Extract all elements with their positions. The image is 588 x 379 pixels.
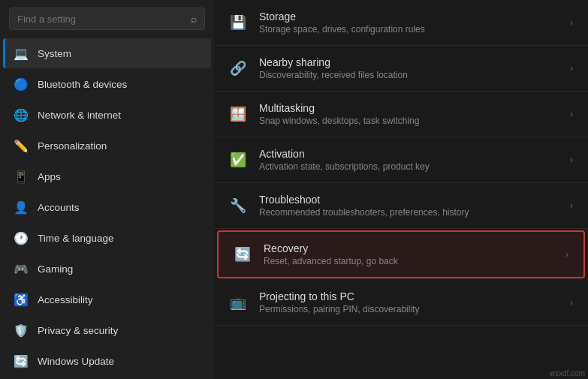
- troubleshoot-text: TroubleshootRecommended troubleshooters,…: [259, 194, 558, 218]
- sidebar-item-bluetooth[interactable]: 🔵Bluetooth & devices: [3, 69, 211, 99]
- multitasking-title: Multitasking: [259, 102, 558, 114]
- sidebar-item-update[interactable]: 🔄Windows Update: [3, 346, 211, 376]
- nearby-sharing-icon: 🔗: [229, 59, 247, 77]
- sidebar-item-apps[interactable]: 📱Apps: [3, 161, 211, 191]
- sidebar-item-accounts[interactable]: 👤Accounts: [3, 192, 211, 222]
- storage-title: Storage: [259, 11, 558, 23]
- personalization-icon: ✏️: [14, 138, 29, 153]
- recovery-text: RecoveryReset, advanced startup, go back: [264, 242, 553, 266]
- network-icon: 🌐: [14, 107, 29, 122]
- projecting-title: Projecting to this PC: [259, 290, 558, 302]
- storage-chevron-icon: ›: [570, 17, 573, 28]
- activation-icon: ✅: [229, 151, 247, 169]
- sidebar-item-network[interactable]: 🌐Network & internet: [3, 100, 211, 130]
- sidebar-item-privacy[interactable]: 🛡️Privacy & security: [3, 315, 211, 345]
- settings-list: 💾StorageStorage space, drives, configura…: [214, 0, 588, 326]
- nearby-sharing-subtitle: Discoverability, received files location: [259, 70, 558, 80]
- multitasking-text: MultitaskingSnap windows, desktops, task…: [259, 102, 558, 126]
- settings-item-nearby-sharing[interactable]: 🔗Nearby sharingDiscoverability, received…: [214, 46, 588, 92]
- sidebar-item-label-privacy: Privacy & security: [38, 325, 118, 336]
- sidebar-item-accessibility[interactable]: ♿Accessibility: [3, 284, 211, 314]
- settings-item-storage[interactable]: 💾StorageStorage space, drives, configura…: [214, 0, 588, 46]
- system-icon: 💻: [14, 46, 29, 61]
- sidebar-item-label-accessibility: Accessibility: [38, 294, 93, 305]
- recovery-subtitle: Reset, advanced startup, go back: [264, 256, 553, 266]
- watermark: wsxdf.com: [550, 369, 585, 377]
- sidebar-item-label-system: System: [38, 48, 71, 59]
- sidebar-item-label-bluetooth: Bluetooth & devices: [38, 79, 127, 90]
- sidebar-item-label-network: Network & internet: [38, 110, 121, 121]
- time-icon: 🕐: [14, 230, 29, 245]
- settings-item-activation[interactable]: ✅ActivationActivation state, subscriptio…: [214, 137, 588, 183]
- sidebar-nav: 💻System🔵Bluetooth & devices🌐Network & in…: [0, 38, 214, 377]
- sidebar-item-personalization[interactable]: ✏️Personalization: [3, 131, 211, 161]
- recovery-icon: 🔄: [234, 245, 252, 263]
- activation-title: Activation: [259, 148, 558, 160]
- main-content: 💾StorageStorage space, drives, configura…: [214, 0, 588, 379]
- storage-icon: 💾: [229, 14, 247, 32]
- settings-item-projecting[interactable]: 📺Projecting to this PCPermissions, pairi…: [214, 280, 588, 326]
- settings-item-troubleshoot[interactable]: 🔧TroubleshootRecommended troubleshooters…: [214, 183, 588, 229]
- sidebar-item-label-time: Time & language: [38, 233, 114, 244]
- troubleshoot-title: Troubleshoot: [259, 194, 558, 206]
- projecting-chevron-icon: ›: [570, 297, 573, 308]
- gaming-icon: 🎮: [14, 261, 29, 276]
- recovery-title: Recovery: [264, 242, 553, 254]
- projecting-text: Projecting to this PCPermissions, pairin…: [259, 290, 558, 314]
- sidebar-item-label-accounts: Accounts: [38, 202, 80, 213]
- sidebar: ⌕ 💻System🔵Bluetooth & devices🌐Network & …: [0, 0, 214, 379]
- search-box[interactable]: ⌕: [9, 8, 205, 30]
- troubleshoot-icon: 🔧: [229, 197, 247, 215]
- search-input[interactable]: [17, 14, 191, 25]
- activation-subtitle: Activation state, subscriptions, product…: [259, 161, 558, 172]
- recovery-chevron-icon: ›: [565, 249, 568, 260]
- projecting-subtitle: Permissions, pairing PIN, discoverabilit…: [259, 304, 558, 314]
- sidebar-item-label-gaming: Gaming: [38, 263, 73, 275]
- sidebar-item-label-update: Windows Update: [38, 356, 114, 367]
- storage-text: StorageStorage space, drives, configurat…: [259, 11, 558, 35]
- troubleshoot-chevron-icon: ›: [570, 200, 573, 211]
- sidebar-item-label-personalization: Personalization: [38, 140, 107, 152]
- bluetooth-icon: 🔵: [14, 77, 29, 92]
- accounts-icon: 👤: [14, 200, 29, 215]
- multitasking-icon: 🪟: [229, 105, 247, 123]
- sidebar-item-label-apps: Apps: [38, 171, 61, 182]
- sidebar-item-system[interactable]: 💻System: [3, 38, 211, 68]
- settings-item-multitasking[interactable]: 🪟MultitaskingSnap windows, desktops, tas…: [214, 92, 588, 137]
- search-icon: ⌕: [191, 13, 197, 25]
- settings-item-recovery[interactable]: 🔄RecoveryReset, advanced startup, go bac…: [217, 230, 585, 278]
- projecting-icon: 📺: [229, 293, 247, 311]
- troubleshoot-subtitle: Recommended troubleshooters, preferences…: [259, 207, 558, 218]
- activation-text: ActivationActivation state, subscription…: [259, 148, 558, 172]
- nearby-sharing-title: Nearby sharing: [259, 56, 558, 68]
- multitasking-chevron-icon: ›: [570, 109, 573, 119]
- sidebar-item-gaming[interactable]: 🎮Gaming: [3, 254, 211, 284]
- nearby-sharing-text: Nearby sharingDiscoverability, received …: [259, 56, 558, 80]
- storage-subtitle: Storage space, drives, configuration rul…: [259, 24, 558, 35]
- apps-icon: 📱: [14, 169, 29, 184]
- update-icon: 🔄: [14, 353, 29, 368]
- accessibility-icon: ♿: [14, 292, 29, 307]
- privacy-icon: 🛡️: [14, 323, 29, 338]
- activation-chevron-icon: ›: [570, 155, 573, 165]
- sidebar-item-time[interactable]: 🕐Time & language: [3, 223, 211, 253]
- multitasking-subtitle: Snap windows, desktops, task switching: [259, 116, 558, 126]
- nearby-sharing-chevron-icon: ›: [570, 63, 573, 74]
